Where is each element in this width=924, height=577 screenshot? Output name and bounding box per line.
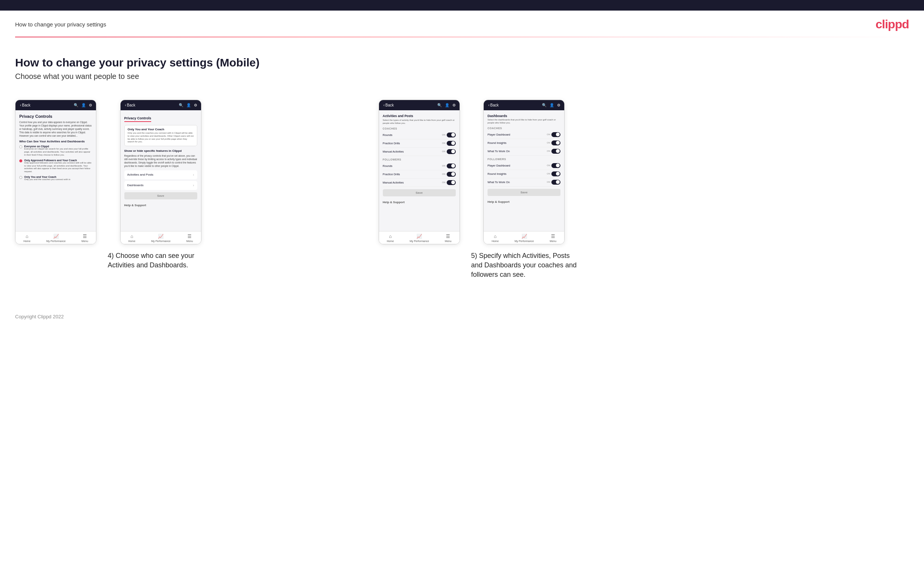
save-button-3[interactable]: Save (383, 189, 456, 197)
bottom-nav-home-2[interactable]: ⌂ Home (128, 234, 135, 242)
privacy-controls-tab[interactable]: Privacy Controls (124, 116, 152, 122)
profile-icon-1[interactable]: 👤 (81, 103, 86, 107)
menu-icon-1: ☰ (83, 234, 87, 239)
menu-label-4: Menu (550, 240, 557, 242)
menu-icon-2: ☰ (187, 234, 192, 239)
settings-icon-2[interactable]: ⚙ (194, 103, 197, 107)
settings-icon-3[interactable]: ⚙ (452, 103, 456, 107)
manual-toggle-c[interactable]: ON (442, 149, 456, 154)
toggle-switch-df[interactable] (447, 172, 456, 177)
home-icon-2: ⌂ (130, 234, 133, 239)
perf-label-1: My Performance (46, 240, 65, 242)
profile-icon-4[interactable]: 👤 (549, 103, 554, 107)
bottom-nav-perf-2[interactable]: 📈 My Performance (151, 234, 170, 242)
bottom-nav-menu-1[interactable]: ☰ Menu (82, 234, 89, 242)
home-label-3: Home (387, 240, 394, 242)
phone-content-1: Privacy Controls Control how you and you… (16, 110, 96, 231)
screenshot-group-1: ‹ Back 🔍 👤 ⚙ Privacy Controls Control ho… (15, 100, 96, 244)
toggle-player-dash-followers: Player Dashboard ON (488, 162, 561, 170)
player-dash-toggle-f[interactable]: ON (547, 163, 561, 168)
dashboards-row[interactable]: Dashboards › (124, 181, 197, 190)
toggle-switch-wwf[interactable] (551, 180, 561, 185)
radio-desc-3: Only you and the coaches you connect wit… (24, 178, 70, 181)
player-dash-toggle-c[interactable]: ON (547, 132, 561, 137)
save-button-4[interactable]: Save (488, 189, 561, 196)
nav-icons-1: 🔍 👤 ⚙ (74, 103, 92, 107)
what-to-work-label-c: What To Work On (488, 150, 510, 153)
back-button-3[interactable]: ‹ Back (383, 103, 394, 107)
menu-icon-3: ☰ (446, 234, 450, 239)
screenshot-group-2: ‹ Back 🔍 👤 ⚙ Privacy Controls Only You a… (108, 100, 213, 270)
bottom-nav-perf-4[interactable]: 📈 My Performance (514, 234, 534, 242)
toggle-switch-pdf[interactable] (551, 163, 561, 168)
copyright: Copyright Clippd 2022 (15, 314, 64, 319)
round-insights-toggle-f[interactable]: ON (547, 171, 561, 176)
coaches-label-4: COACHES (488, 127, 561, 129)
radio-only-you[interactable]: Only You and Your Coach Only you and the… (19, 176, 92, 181)
phone-mockup-4: ‹ Back 🔍 👤 ⚙ Dashboards Select the dashb… (483, 100, 565, 244)
toggle-switch-dc[interactable] (447, 141, 456, 146)
bottom-nav-home-1[interactable]: ⌂ Home (23, 234, 31, 242)
manual-toggle-f[interactable]: ON (442, 180, 456, 185)
save-button-2[interactable]: Save (124, 192, 197, 199)
round-insights-toggle-c[interactable]: ON (547, 140, 561, 145)
settings-icon-1[interactable]: ⚙ (89, 103, 92, 107)
radio-label-3: Only You and Your Coach (24, 176, 70, 178)
home-label-4: Home (492, 240, 499, 242)
bottom-nav-home-3[interactable]: ⌂ Home (387, 234, 394, 242)
main-content: How to change your privacy settings (Mob… (0, 37, 924, 303)
back-button-1[interactable]: ‹ Back (19, 103, 31, 107)
toggle-switch-rc[interactable] (447, 132, 456, 137)
radio-everyone[interactable]: Everyone on Clippd Everyone on Clippd ca… (19, 145, 92, 156)
show-hide-title: Show or hide specific features in Clippd (124, 149, 197, 153)
profile-icon-2[interactable]: 👤 (186, 103, 191, 107)
bottom-nav-perf-3[interactable]: 📈 My Performance (410, 234, 429, 242)
bottom-nav-menu-4[interactable]: ☰ Menu (550, 234, 557, 242)
rounds-toggle-c[interactable]: ON (442, 132, 456, 137)
screenshot-group-4: ‹ Back 🔍 👤 ⚙ Dashboards Select the dashb… (471, 100, 577, 280)
search-icon-1[interactable]: 🔍 (74, 103, 78, 107)
rounds-toggle-f[interactable]: ON (442, 163, 456, 168)
search-icon-3[interactable]: 🔍 (437, 103, 442, 107)
bottom-nav-home-4[interactable]: ⌂ Home (492, 234, 499, 242)
toggle-what-to-work-followers: What To Work On ON (488, 178, 561, 187)
activities-arrow: › (193, 173, 194, 177)
radio-approved[interactable]: Only Approved Followers and Your Coach O… (19, 159, 92, 173)
toggle-switch-rf[interactable] (447, 163, 456, 168)
privacy-controls-title: Privacy Controls (19, 114, 92, 119)
radio-label-2: Only Approved Followers and Your Coach (24, 159, 92, 162)
radio-desc-1: Everyone on Clippd can search for you an… (24, 148, 92, 156)
perf-label-3: My Performance (410, 240, 429, 242)
phone-nav-3: ‹ Back 🔍 👤 ⚙ (379, 100, 460, 110)
search-icon-2[interactable]: 🔍 (179, 103, 183, 107)
dashboards-desc: Select the dashboards that you'd like to… (488, 119, 561, 125)
drills-label-c: Practice Drills (383, 142, 400, 145)
back-button-4[interactable]: ‹ Back (488, 103, 499, 107)
activities-posts-row[interactable]: Activities and Posts › (124, 170, 197, 179)
drills-toggle-f[interactable]: ON (442, 172, 456, 177)
bottom-nav-perf-1[interactable]: 📈 My Performance (46, 234, 65, 242)
search-icon-4[interactable]: 🔍 (542, 103, 546, 107)
toggle-switch-mc[interactable] (447, 149, 456, 154)
toggle-switch-wwc[interactable] (551, 149, 561, 154)
back-button-2[interactable]: ‹ Back (124, 103, 136, 107)
toggle-switch-rif[interactable] (551, 171, 561, 176)
phone-mockup-1: ‹ Back 🔍 👤 ⚙ Privacy Controls Control ho… (15, 100, 96, 244)
toggle-switch-ric[interactable] (551, 140, 561, 145)
drills-toggle-c[interactable]: ON (442, 141, 456, 146)
toggle-switch-pdc[interactable] (551, 132, 561, 137)
radio-desc-2: Only approved followers and coaches you … (24, 162, 92, 173)
phone-bottom-nav-4: ⌂ Home 📈 My Performance ☰ Menu (484, 231, 564, 244)
what-to-work-toggle-c[interactable]: ON (547, 149, 561, 154)
player-dash-label-f: Player Dashboard (488, 164, 510, 167)
bottom-nav-menu-2[interactable]: ☰ Menu (186, 234, 193, 242)
logo: clippd (876, 18, 909, 31)
settings-icon-4[interactable]: ⚙ (557, 103, 561, 107)
toggle-drills-coaches: Practice Drills ON (383, 139, 456, 148)
toggle-round-insights-coaches: Round Insights ON (488, 139, 561, 147)
dropdown-option[interactable]: Only You and Your Coach Only you and the… (124, 125, 197, 146)
bottom-nav-menu-3[interactable]: ☰ Menu (445, 234, 452, 242)
toggle-switch-mf[interactable] (447, 180, 456, 185)
what-to-work-toggle-f[interactable]: ON (547, 180, 561, 185)
profile-icon-3[interactable]: 👤 (445, 103, 449, 107)
